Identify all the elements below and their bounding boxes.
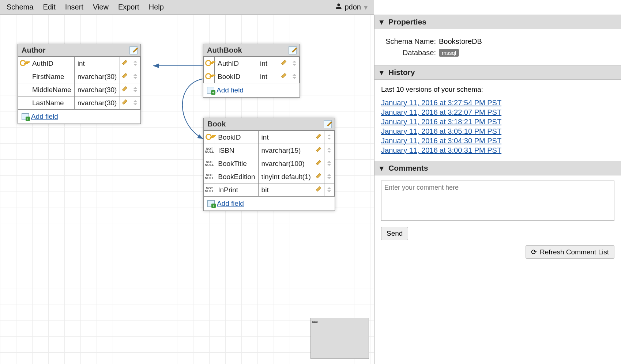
entity-fields: AuthID int FirstName nvarchar(30) Middle… [18, 57, 140, 110]
comments-header[interactable]: ▾ Comments [375, 161, 621, 175]
not-null-icon: NOTNULL [205, 174, 214, 179]
pencil-icon[interactable] [281, 72, 287, 79]
field-row[interactable]: NOTNULL ISBN nvarchar(15) [204, 144, 335, 157]
pencil-icon[interactable] [122, 72, 128, 79]
send-button[interactable]: Send [381, 227, 408, 240]
history-link[interactable]: January 11, 2016 at 3:22:07 PM PST [381, 108, 614, 117]
field-type[interactable]: int [257, 57, 279, 70]
entity-book[interactable]: Book BookID int NOTNULL ISBN nvarchar(15… [203, 118, 335, 211]
add-field-icon [207, 87, 214, 94]
history-link[interactable]: January 11, 2016 at 3:27:54 PM PST [381, 99, 614, 107]
history-header[interactable]: ▾ History [375, 65, 621, 80]
sort-icon[interactable] [327, 174, 332, 179]
refresh-comments-button[interactable]: ⟳ Refresh Comment List [526, 245, 614, 259]
pencil-icon[interactable] [316, 146, 322, 153]
entity-header[interactable]: Author [18, 44, 140, 57]
menu-help[interactable]: Help [149, 3, 164, 11]
edit-entity-icon[interactable] [324, 120, 332, 128]
field-row[interactable]: BookID int [204, 131, 335, 144]
refresh-icon: ⟳ [531, 248, 537, 256]
field-name[interactable]: ISBN [215, 144, 258, 157]
pencil-icon[interactable] [281, 59, 287, 66]
pencil-icon[interactable] [122, 99, 128, 105]
field-type[interactable]: int [257, 70, 279, 83]
field-name[interactable]: LastName [29, 96, 75, 110]
chevron-down-icon: ▾ [380, 18, 385, 26]
history-link[interactable]: January 11, 2016 at 3:05:10 PM PST [381, 127, 614, 136]
sort-icon[interactable] [133, 100, 138, 105]
field-type[interactable]: int [258, 131, 314, 144]
field-name[interactable]: AuthID [215, 57, 257, 70]
field-type[interactable]: int [74, 57, 120, 70]
field-name[interactable]: BookID [215, 131, 258, 144]
add-field[interactable]: Add field [204, 197, 335, 211]
menu-view[interactable]: View [93, 3, 109, 11]
schema-name-label: Schema Name: [381, 37, 436, 46]
minimap-icon: ▭▭ [312, 319, 317, 324]
field-row[interactable]: LastName nvarchar(30) [18, 96, 140, 110]
menu-insert[interactable]: Insert [65, 3, 83, 11]
field-type[interactable]: nvarchar(30) [74, 70, 120, 83]
pencil-icon[interactable] [316, 159, 322, 166]
add-field[interactable]: Add field [203, 83, 300, 97]
field-row[interactable]: NOTNULL InPrint bit [204, 183, 335, 197]
entity-title: Author [22, 46, 129, 54]
field-row[interactable]: AuthID int [204, 57, 300, 70]
field-name[interactable]: BookID [215, 70, 257, 83]
history-body: Last 10 versions of your schema: January… [375, 80, 621, 161]
history-link[interactable]: January 11, 2016 at 3:00:31 PM PST [381, 146, 614, 155]
field-row[interactable]: AuthID int [18, 57, 140, 70]
pencil-icon[interactable] [316, 172, 322, 179]
pencil-icon[interactable] [122, 86, 128, 92]
add-field-link[interactable]: Add field [217, 200, 244, 208]
history-link[interactable]: January 11, 2016 at 3:04:30 PM PST [381, 137, 614, 145]
add-field-link[interactable]: Add field [31, 113, 58, 121]
pencil-icon[interactable] [122, 59, 128, 66]
field-name[interactable]: AuthID [29, 57, 75, 70]
comment-input[interactable] [381, 181, 614, 221]
field-row[interactable]: FirstName nvarchar(30) [18, 70, 140, 83]
sort-icon[interactable] [133, 74, 138, 79]
entity-header[interactable]: Book [204, 118, 335, 130]
menu-schema[interactable]: Schema [7, 3, 33, 11]
add-field-link[interactable]: Add field [217, 86, 244, 94]
user-menu[interactable]: pdon ▾ [335, 3, 368, 12]
field-type[interactable]: nvarchar(15) [258, 144, 314, 157]
sort-icon[interactable] [133, 87, 138, 92]
pencil-icon[interactable] [316, 186, 322, 192]
field-type[interactable]: tinyint default(1) [258, 170, 314, 183]
properties-header[interactable]: ▾ Properties [375, 15, 621, 29]
sort-icon[interactable] [327, 161, 332, 166]
field-name[interactable]: BookEdition [215, 170, 258, 183]
field-type[interactable]: nvarchar(30) [74, 96, 120, 110]
field-type[interactable]: nvarchar(30) [74, 83, 120, 96]
edit-entity-icon[interactable] [289, 46, 297, 54]
field-row[interactable]: NOTNULL BookEdition tinyint default(1) [204, 170, 335, 183]
sort-icon[interactable] [133, 61, 138, 66]
entity-header[interactable]: AuthBook [203, 44, 300, 57]
pencil-icon[interactable] [316, 133, 322, 140]
entity-author[interactable]: Author AuthID int FirstName nvarchar(30) [18, 44, 141, 124]
sort-icon[interactable] [327, 187, 332, 192]
field-name[interactable]: BookTitle [215, 157, 258, 170]
edit-entity-icon[interactable] [129, 46, 138, 54]
sort-icon[interactable] [327, 148, 332, 153]
properties-title: Properties [388, 18, 426, 26]
menu-edit[interactable]: Edit [43, 3, 55, 11]
field-row[interactable]: BookID int [204, 70, 300, 83]
field-row[interactable]: MiddleName nvarchar(30) [18, 83, 140, 96]
field-name[interactable]: MiddleName [29, 83, 75, 96]
sort-icon[interactable] [292, 74, 297, 79]
field-row[interactable]: NOTNULL BookTitle nvarchar(100) [204, 157, 335, 170]
field-type[interactable]: bit [258, 183, 314, 197]
entity-authbook[interactable]: AuthBook AuthID int BookID int [203, 44, 300, 98]
sort-icon[interactable] [292, 61, 297, 66]
field-name[interactable]: InPrint [215, 183, 258, 197]
field-type[interactable]: nvarchar(100) [258, 157, 314, 170]
add-field[interactable]: Add field [18, 110, 140, 124]
minimap[interactable]: ▭▭ [310, 318, 369, 359]
menu-export[interactable]: Export [118, 3, 139, 11]
history-link[interactable]: January 11, 2016 at 3:18:21 PM PST [381, 118, 614, 126]
field-name[interactable]: FirstName [29, 70, 75, 83]
sort-icon[interactable] [327, 134, 332, 140]
